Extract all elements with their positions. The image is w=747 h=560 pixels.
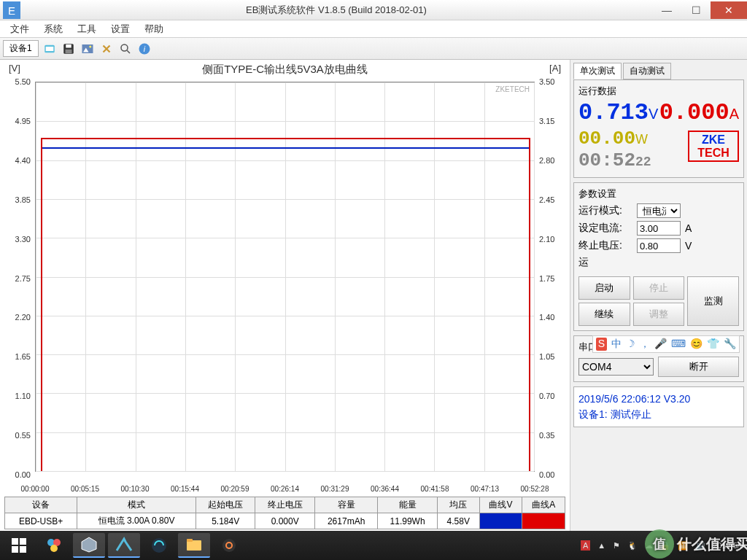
stop-button[interactable]: 停止 [633, 276, 685, 300]
com-port-select[interactable]: COM4 [578, 358, 654, 376]
y-left-unit: [V] [9, 63, 20, 77]
x-tick: 00:47:13 [471, 485, 499, 493]
y-right-unit: [A] [549, 63, 561, 77]
search-icon[interactable] [117, 41, 133, 57]
cutoff-input[interactable] [637, 238, 681, 253]
taskbar-app-1-icon[interactable] [38, 533, 70, 558]
current-value: 0.000 [659, 99, 729, 126]
y-right-tick: 0.35 [536, 431, 565, 440]
continue-button[interactable]: 继续 [578, 303, 630, 326]
close-button[interactable]: ✕ [711, 1, 747, 19]
y-left-tick: 1.10 [4, 392, 34, 400]
ime-moon-icon[interactable]: ☽ [626, 338, 635, 351]
time-sec: 22 [635, 155, 651, 169]
tab-auto-test[interactable]: 自动测试 [623, 63, 671, 79]
tray-icon[interactable]: A [581, 540, 590, 551]
menu-system[interactable]: 系统 [36, 21, 70, 37]
tab-single-test[interactable]: 单次测试 [573, 63, 622, 79]
table-header: 曲线V [479, 497, 522, 513]
disconnect-button[interactable]: 断开 [658, 357, 739, 377]
image-icon[interactable] [80, 41, 96, 57]
tray-icon[interactable]: ▲ [597, 541, 605, 550]
svg-rect-17 [20, 546, 26, 553]
voltage-unit: V [649, 106, 658, 122]
table-cell: 4.58V [437, 513, 479, 529]
table-cell [479, 513, 522, 529]
svg-point-25 [222, 539, 236, 552]
open-icon[interactable] [42, 41, 58, 57]
chart-title: 侧面TYPE-C输出线5V3A放电曲线 [20, 63, 549, 77]
menu-help[interactable]: 帮助 [137, 21, 171, 37]
svg-point-20 [50, 545, 58, 552]
taskbar-app-4-icon[interactable] [143, 533, 175, 558]
taskbar-app-3-icon[interactable] [108, 533, 140, 558]
chart-panel: [V] 侧面TYPE-C输出线5V3A放电曲线 [A] 5.504.954.40… [0, 60, 570, 531]
y-right-tick: 1.05 [536, 352, 565, 361]
start-button-icon[interactable] [3, 533, 35, 558]
y-left-tick: 3.85 [4, 195, 34, 204]
y-left-tick: 0.55 [4, 431, 34, 440]
windows-taskbar: A ▲ ⚑ 🐧 ☁ 🔒 📶 🔊 2019/5/6 值 什么值得买 [0, 531, 747, 560]
x-tick: 00:10:30 [121, 485, 150, 493]
window-titlebar: E EB测试系统软件 V1.8.5 (Build 2018-02-01) — ☐… [0, 0, 747, 20]
table-cell [522, 513, 565, 529]
cutoff-unit: V [685, 240, 692, 252]
table-header: 均压 [437, 497, 479, 513]
ime-tool-icon[interactable]: 🔧 [724, 338, 736, 351]
tray-icon[interactable]: 🐧 [627, 541, 638, 551]
svg-rect-6 [65, 49, 71, 52]
status-line-1: 2019/5/6 22:06:12 V3.20 [578, 392, 739, 407]
ime-face-icon[interactable]: 😊 [690, 338, 703, 351]
menu-tools[interactable]: 工具 [70, 21, 104, 37]
taskbar-app-2-icon[interactable] [73, 533, 105, 558]
ime-toolbar[interactable]: S 中 ☽ ， 🎤 ⌨ 😊 👕 🔧 [592, 335, 740, 353]
ime-keyboard-icon[interactable]: ⌨ [671, 338, 686, 351]
table-header: 容量 [314, 497, 377, 513]
x-tick: 00:20:59 [221, 485, 249, 493]
y-right-tick: 0.00 [536, 470, 565, 479]
taskbar-app-5-icon[interactable] [213, 533, 245, 558]
menu-bar: 文件 系统 工具 设置 帮助 [0, 20, 747, 38]
adjust-button[interactable]: 调整 [633, 303, 685, 326]
maximize-button[interactable]: ☐ [681, 1, 711, 19]
start-button[interactable]: 启动 [578, 276, 630, 300]
svg-rect-14 [12, 538, 18, 545]
svg-line-11 [127, 50, 130, 53]
mode-select[interactable]: 恒电流 [637, 203, 681, 218]
minimize-button[interactable]: — [652, 1, 681, 19]
results-table: 设备模式起始电压终止电压容量能量均压曲线V曲线A EBD-USB+恒电流 3.0… [4, 497, 565, 529]
tray-icon[interactable]: ⚑ [613, 541, 620, 551]
voltage-value: 0.713 [578, 99, 649, 126]
monitor-button[interactable]: 监测 [687, 276, 739, 326]
svg-rect-15 [20, 538, 26, 545]
x-tick: 00:41:58 [421, 485, 449, 493]
side-panel: 单次测试 自动测试 运行数据 0.713V 0.000A 00.00W 00:5… [570, 60, 747, 531]
x-tick: 00:52:28 [521, 485, 549, 493]
current-unit: A [729, 106, 739, 122]
y-right-tick: 3.50 [536, 77, 565, 86]
settings-icon[interactable] [98, 41, 115, 57]
set-current-unit: A [685, 222, 692, 234]
status-log: 2019/5/6 22:06:12 V3.20 设备1: 测试停止 [573, 386, 744, 427]
taskbar-explorer-icon[interactable] [178, 533, 210, 558]
svg-point-10 [121, 44, 128, 51]
x-tick: 00:26:14 [271, 485, 299, 493]
menu-file[interactable]: 文件 [3, 21, 36, 37]
params-title: 参数设置 [578, 187, 739, 201]
ime-mic-icon[interactable]: 🎤 [654, 338, 667, 351]
ime-punct-icon[interactable]: ， [640, 338, 650, 351]
save-icon[interactable] [61, 41, 77, 57]
y-left-tick: 4.95 [4, 117, 34, 125]
y-left-tick: 5.50 [4, 77, 34, 86]
ime-lang-icon[interactable]: 中 [611, 338, 622, 351]
device-tab[interactable]: 设备1 [3, 40, 39, 57]
svg-text:E: E [8, 4, 15, 17]
info-icon[interactable]: i [136, 41, 152, 57]
set-current-input[interactable] [637, 221, 681, 236]
ime-skin-icon[interactable]: 👕 [707, 338, 719, 351]
menu-settings[interactable]: 设置 [104, 21, 137, 37]
smzdm-watermark: 值 什么值得买 [645, 529, 747, 559]
x-tick: 00:05:15 [71, 485, 99, 493]
power-unit: W [635, 132, 648, 147]
run-data-box: 运行数据 0.713V 0.000A 00.00W 00:5222 ZKE TE… [573, 79, 744, 178]
